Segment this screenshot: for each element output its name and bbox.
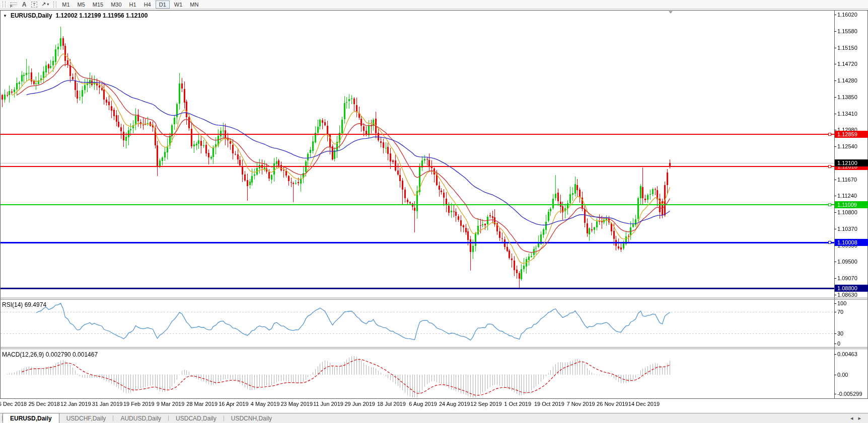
rsi-tick-label: 30 bbox=[837, 330, 867, 337]
date-axis-label: 6 Dec 2018 bbox=[0, 401, 27, 407]
price-tick-label: 1.15150 bbox=[837, 45, 867, 51]
tab-scroll-right-icon[interactable]: ▸ bbox=[858, 415, 861, 421]
macd-indicator-label: MACD(12,26,9) 0.002790 0.001467 bbox=[2, 351, 98, 358]
date-axis-label: 18 Jul 2019 bbox=[377, 401, 406, 407]
date-axis-label: 12 Sep 2019 bbox=[470, 401, 501, 407]
price-tick-label: 1.08630 bbox=[837, 292, 867, 298]
price-tick-label: 1.10370 bbox=[837, 226, 867, 232]
timeframe-button-mn[interactable]: MN bbox=[187, 1, 201, 9]
date-axis-label: 1 Oct 2019 bbox=[504, 401, 531, 407]
price-tick-label: 1.11240 bbox=[837, 193, 867, 199]
date-axis-label: 11 Jun 2019 bbox=[313, 401, 343, 407]
chart-window: ▼ EURUSD,Daily 1.12002 1.12199 1.11956 1… bbox=[0, 10, 868, 413]
toolbar: F A T ↗ ▾ M1M5M15M30H1H4D1W1MN bbox=[0, 0, 868, 9]
date-axis-label: 28 Mar 2019 bbox=[186, 401, 218, 407]
tab-scroll-left-icon[interactable]: ◂ bbox=[850, 415, 853, 421]
date-axis-label: 4 May 2019 bbox=[251, 401, 279, 407]
price-tick-label: 1.09070 bbox=[837, 275, 867, 282]
timeframe-button-w1[interactable]: W1 bbox=[171, 1, 186, 9]
date-axis-label: 19 Feb 2019 bbox=[123, 401, 155, 407]
chart-symbol-label: EURUSD,Daily bbox=[11, 12, 52, 19]
timeframe-button-h4[interactable]: H4 bbox=[141, 1, 154, 9]
price-tick-label: 1.14720 bbox=[837, 61, 867, 67]
tab-usdcad[interactable]: USDCAD,Daily bbox=[169, 413, 224, 423]
rsi-indicator-label: RSI(14) 69.4974 bbox=[2, 301, 46, 308]
label-tool-button[interactable]: T bbox=[29, 1, 39, 9]
chevron-down-icon: ▾ bbox=[47, 2, 49, 7]
macd-tick-label: 0.00 bbox=[837, 372, 867, 378]
arrows-tool-icon: ↗ bbox=[41, 1, 46, 8]
toolbar-grip-timeframes[interactable] bbox=[53, 2, 56, 8]
date-axis-label: 9 Mar 2019 bbox=[157, 401, 185, 407]
price-tick-label: 1.13410 bbox=[837, 111, 867, 117]
timeframe-button-m30[interactable]: M30 bbox=[108, 1, 124, 9]
price-tick-label: 1.12540 bbox=[837, 143, 867, 150]
tab-audusd[interactable]: AUDUSD,Daily bbox=[113, 413, 168, 423]
macd-tick-label: -0.005299 bbox=[837, 391, 867, 397]
date-axis-label: 26 Nov 2019 bbox=[597, 401, 628, 407]
timeframe-button-m5[interactable]: M5 bbox=[75, 1, 88, 9]
price-tick-label: 1.11670 bbox=[837, 177, 867, 183]
timeframe-button-h1[interactable]: H1 bbox=[126, 1, 139, 9]
text-tool-button[interactable]: A bbox=[19, 1, 29, 9]
rsi-tick-label: 0 bbox=[837, 341, 867, 347]
timeframe-button-m15[interactable]: M15 bbox=[90, 1, 106, 9]
date-axis-label: 19 Oct 2019 bbox=[534, 401, 564, 407]
date-axis-label: 24 Aug 2019 bbox=[439, 401, 470, 407]
macd-tick-label: 0.00463 bbox=[837, 351, 867, 358]
timeframe-button-m1[interactable]: M1 bbox=[59, 1, 73, 9]
date-axis-label: 7 Nov 2019 bbox=[566, 401, 595, 407]
tab-usdchf[interactable]: USDCHF,Daily bbox=[59, 413, 113, 423]
timeframe-button-d1[interactable]: D1 bbox=[156, 1, 170, 9]
price-line-label: 1.12859 bbox=[835, 131, 868, 138]
date-axis-label: 23 May 2019 bbox=[280, 401, 313, 407]
chart-shift-marker-icon[interactable] bbox=[669, 11, 673, 14]
date-axis-label: 31 Jan 2019 bbox=[92, 401, 123, 407]
tab-scroll-arrows: ◂▸ bbox=[850, 413, 868, 423]
timeframe-group: M1M5M15M30H1H4D1W1MN bbox=[59, 1, 201, 9]
label-tool-icon: T bbox=[31, 2, 37, 8]
date-axis-label: 25 Dec 2018 bbox=[28, 401, 59, 407]
price-line-label: 1.08800 bbox=[835, 285, 868, 292]
fibonacci-icon: F bbox=[10, 1, 17, 8]
trading-platform-window: F A T ↗ ▾ M1M5M15M30H1H4D1W1MN ▼ EURUSD,… bbox=[0, 0, 868, 423]
current-price-label: 1.12100 bbox=[835, 159, 868, 166]
date-axis-label: 6 Aug 2019 bbox=[409, 401, 437, 407]
date-axis-label: 16 Apr 2019 bbox=[219, 401, 248, 407]
fibonacci-tool-button[interactable]: F bbox=[8, 1, 19, 9]
collapse-icon[interactable]: ▼ bbox=[3, 14, 7, 18]
price-tick-label: 1.16020 bbox=[837, 12, 867, 18]
date-axis-label: 14 Dec 2019 bbox=[628, 401, 660, 407]
price-tick-label: 1.15580 bbox=[837, 28, 867, 35]
chart-tab-bar: EURUSD,DailyUSDCHF,DailyAUDUSD,DailyUSDC… bbox=[0, 413, 868, 423]
date-axis-label: 29 Jun 2019 bbox=[344, 401, 375, 407]
tab-usdcnh[interactable]: USDCNH,Daily bbox=[224, 413, 279, 423]
price-tick-label: 1.13850 bbox=[837, 94, 867, 101]
price-line-label: 1.11009 bbox=[835, 201, 868, 208]
tab-eurusd[interactable]: EURUSD,Daily bbox=[3, 413, 59, 423]
price-line-label: 1.10008 bbox=[835, 239, 868, 246]
chart-ohlc-values: 1.12002 1.12199 1.11956 1.12100 bbox=[56, 12, 148, 19]
chart-title: ▼ EURUSD,Daily 1.12002 1.12199 1.11956 1… bbox=[3, 12, 148, 19]
price-tick-label: 1.14280 bbox=[837, 77, 867, 84]
arrows-tool-button[interactable]: ↗ ▾ bbox=[39, 1, 51, 9]
toolbar-grip[interactable] bbox=[3, 2, 6, 8]
price-tick-label: 1.10800 bbox=[837, 209, 867, 216]
date-axis-label: 12 Jan 2019 bbox=[60, 401, 91, 407]
price-tick-label: 1.09500 bbox=[837, 259, 867, 265]
rsi-tick-label: 100 bbox=[837, 300, 867, 307]
text-tool-icon: A bbox=[22, 1, 27, 8]
chart-canvas[interactable] bbox=[0, 10, 868, 413]
rsi-tick-label: 70 bbox=[837, 309, 867, 315]
